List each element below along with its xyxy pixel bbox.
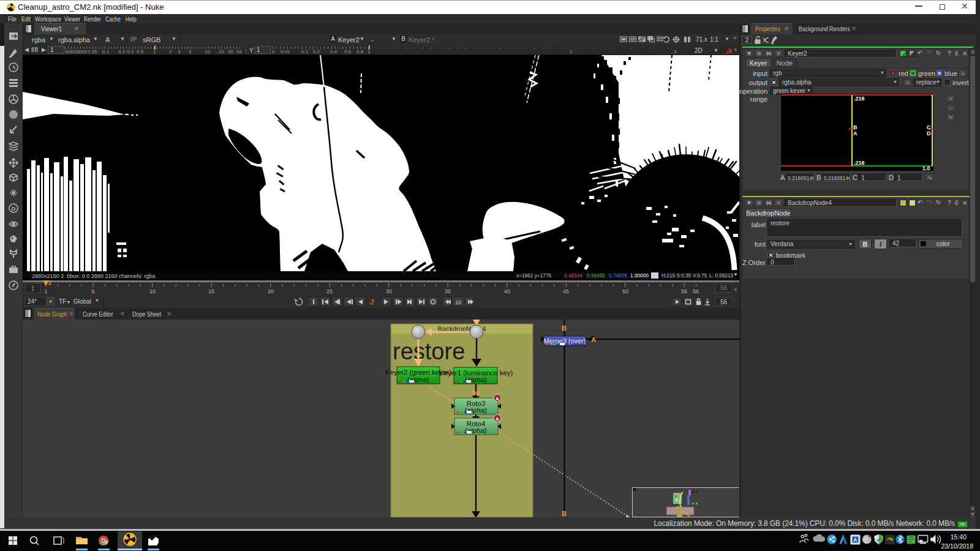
svg-text:10: 10 <box>149 288 156 294</box>
svg-text:5: 5 <box>91 288 94 294</box>
svg-text:C: C <box>927 124 931 130</box>
svg-text:bg: bg <box>472 389 480 396</box>
svg-text:40: 40 <box>504 288 510 294</box>
svg-text:1: 1 <box>44 288 47 294</box>
svg-text:45: 45 <box>563 288 569 294</box>
svg-text:15:40: 15:40 <box>951 533 967 541</box>
svg-text:50: 50 <box>622 288 628 294</box>
svg-text:2: 2 <box>48 280 51 286</box>
svg-text:25: 25 <box>326 288 333 294</box>
svg-text:55: 55 <box>681 288 687 294</box>
svg-text:D: D <box>927 130 931 137</box>
svg-text:B: B <box>853 124 858 130</box>
svg-text:D: D <box>12 206 16 212</box>
svg-text:A: A <box>591 336 596 343</box>
svg-text:15: 15 <box>208 288 214 294</box>
svg-text:30: 30 <box>386 288 392 294</box>
svg-text:restore: restore <box>393 339 465 364</box>
svg-text:A: A <box>496 396 499 402</box>
svg-text:23/10/2018: 23/10/2018 <box>941 542 973 550</box>
svg-text:.216: .216 <box>854 160 865 166</box>
svg-text:A: A <box>853 538 857 543</box>
svg-text:.216: .216 <box>854 96 865 102</box>
svg-text:A: A <box>853 130 858 137</box>
svg-text:-2: -2 <box>369 299 374 305</box>
svg-text:35: 35 <box>445 288 451 294</box>
svg-text:56: 56 <box>693 288 699 294</box>
svg-text:1.0: 1.0 <box>922 165 930 171</box>
svg-text:10: 10 <box>455 299 461 305</box>
svg-text:A: A <box>496 416 499 422</box>
svg-text:B: B <box>562 510 567 517</box>
svg-text:B: B <box>562 324 567 332</box>
svg-text:20: 20 <box>268 288 274 294</box>
